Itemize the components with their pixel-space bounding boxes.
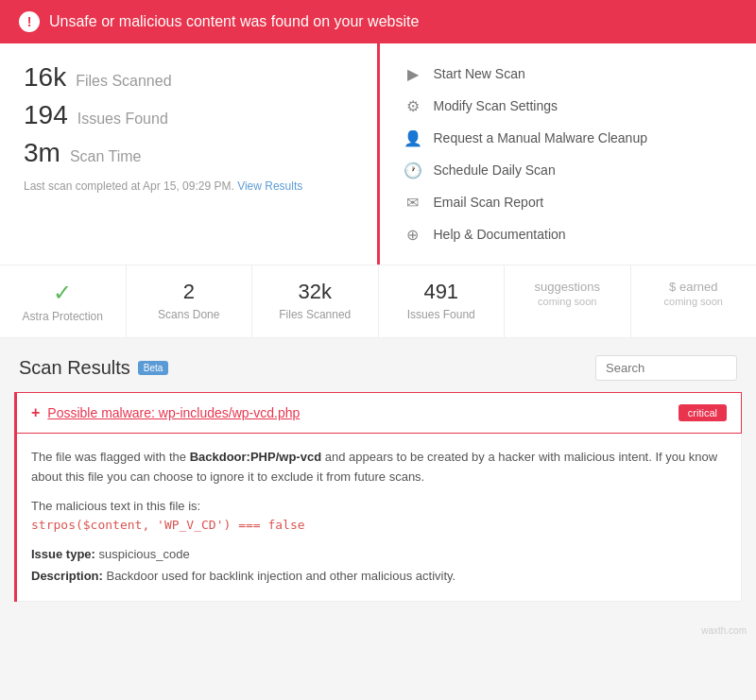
metric-value: 2 xyxy=(136,280,243,304)
search-input[interactable] xyxy=(595,355,737,381)
metric-label: Files Scanned xyxy=(262,308,369,321)
files-scanned-label: Files Scanned xyxy=(76,73,171,90)
metric-value: ✓ xyxy=(9,280,116,306)
action-icon: ▶ xyxy=(404,64,422,83)
code-snippet: strpos($content, 'WP_V_CD') === false xyxy=(31,518,727,532)
stats-card: 16k Files Scanned 194 Issues Found 3m Sc… xyxy=(0,43,756,265)
plus-icon: + xyxy=(31,404,40,421)
view-results-link[interactable]: View Results xyxy=(237,179,302,193)
metric-item: 491Issues Found xyxy=(379,265,506,337)
action-item[interactable]: 👤Request a Manual Malware Cleanup xyxy=(404,122,733,154)
issues-found-label: Issues Found xyxy=(77,111,168,128)
files-scanned-row: 16k Files Scanned xyxy=(24,62,353,93)
action-label: Email Scan Report xyxy=(434,195,544,210)
action-item[interactable]: 🕐Schedule Daily Scan xyxy=(404,154,733,186)
issues-found-number: 194 xyxy=(24,100,68,130)
metric-item: $ earnedcoming soon xyxy=(631,265,757,337)
scan-time-label: Scan Time xyxy=(70,148,142,165)
action-item[interactable]: ✉Email Scan Report xyxy=(404,186,733,218)
action-item[interactable]: ⊕Help & Documentation xyxy=(404,218,733,250)
stats-right: ▶Start New Scan⚙Modify Scan Settings👤Req… xyxy=(380,43,757,265)
action-icon: ⊕ xyxy=(404,225,422,244)
action-item[interactable]: ⚙Modify Scan Settings xyxy=(404,90,733,122)
last-scan: Last scan completed at Apr 15, 09:29 PM.… xyxy=(24,179,353,193)
scan-results-header: Scan Results Beta xyxy=(0,338,756,392)
issue-card: + Possible malware: wp-includes/wp-vcd.p… xyxy=(14,392,742,602)
alert-text: Unsafe or malicious content was found on… xyxy=(49,13,419,30)
metric-value: $ earned xyxy=(641,280,747,294)
metric-item: 32kFiles Scanned xyxy=(252,265,379,337)
metric-label: coming soon xyxy=(514,296,621,307)
alert-icon: ! xyxy=(19,11,40,32)
action-icon: ✉ xyxy=(404,193,422,212)
stats-left: 16k Files Scanned 194 Issues Found 3m Sc… xyxy=(0,43,380,265)
issue-body: The file was flagged with the Backdoor:P… xyxy=(17,434,742,602)
critical-badge: critical xyxy=(679,404,727,421)
watermark: waxth.com xyxy=(0,621,756,640)
metric-item: suggestionscoming soon xyxy=(505,265,631,337)
scan-results-title: Scan Results Beta xyxy=(19,357,168,379)
issue-title-left: + Possible malware: wp-includes/wp-vcd.p… xyxy=(31,404,300,421)
scan-time-row: 3m Scan Time xyxy=(24,138,353,168)
issue-header: + Possible malware: wp-includes/wp-vcd.p… xyxy=(17,392,742,434)
action-label: Help & Documentation xyxy=(434,227,566,242)
malicious-label: The malicious text in this file is: xyxy=(31,499,727,513)
metric-label: coming soon xyxy=(641,296,747,307)
scan-time-number: 3m xyxy=(24,138,60,168)
alert-banner: ! Unsafe or malicious content was found … xyxy=(0,0,756,43)
action-item[interactable]: ▶Start New Scan xyxy=(404,58,733,90)
issue-meta: Issue type: suspicious_code Description:… xyxy=(31,543,727,588)
metric-value: suggestions xyxy=(514,280,621,294)
metric-value: 32k xyxy=(262,280,369,304)
action-icon: 👤 xyxy=(404,128,422,147)
metric-label: Scans Done xyxy=(136,308,243,321)
issue-description: The file was flagged with the Backdoor:P… xyxy=(31,448,727,487)
action-label: Schedule Daily Scan xyxy=(434,162,556,178)
metric-label: Issues Found xyxy=(388,308,495,321)
metric-item: ✓Astra Protection xyxy=(0,265,127,337)
beta-badge: Beta xyxy=(138,361,169,375)
files-scanned-number: 16k xyxy=(24,62,66,93)
action-label: Start New Scan xyxy=(434,66,525,81)
metric-value: 491 xyxy=(388,280,495,304)
issue-filename[interactable]: Possible malware: wp-includes/wp-vcd.php xyxy=(47,405,300,420)
metric-item: 2Scans Done xyxy=(127,265,253,337)
action-icon: ⚙ xyxy=(404,96,422,115)
metric-label: Astra Protection xyxy=(9,310,116,323)
action-icon: 🕐 xyxy=(404,161,422,179)
action-label: Request a Manual Malware Cleanup xyxy=(434,130,647,145)
scan-results-heading: Scan Results xyxy=(19,357,130,379)
issues-found-row: 194 Issues Found xyxy=(24,100,353,130)
metrics-bar: ✓Astra Protection2Scans Done32kFiles Sca… xyxy=(0,265,756,338)
action-label: Modify Scan Settings xyxy=(434,98,558,113)
